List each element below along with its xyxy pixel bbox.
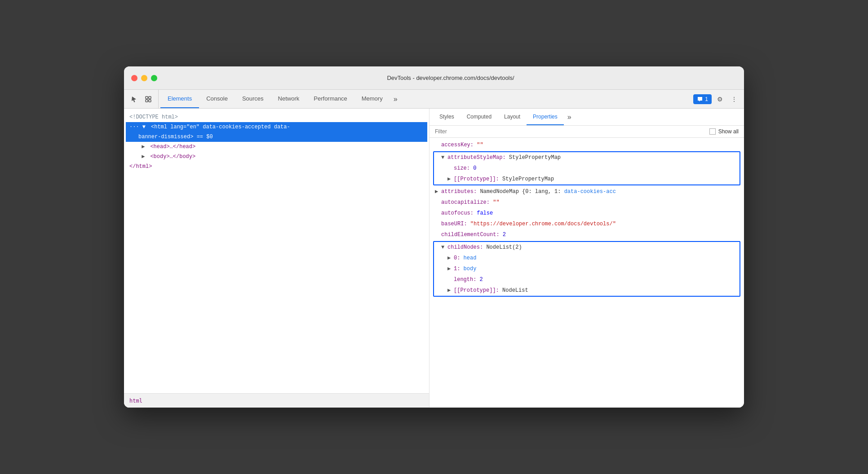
cursor-icon[interactable] — [128, 93, 140, 105]
prop-childelementcount: childElementCount: 2 — [430, 229, 744, 240]
prop-childnodes[interactable]: ▼ childNodes: NodeList(2) — [434, 242, 740, 253]
tab-console[interactable]: Console — [199, 90, 235, 108]
settings-button[interactable]: ⚙ — [713, 93, 726, 105]
show-all-checkbox[interactable] — [709, 128, 716, 135]
prop-attributestylemap[interactable]: ▼ attributeStyleMap: StylePropertyMap — [434, 152, 740, 163]
more-options-button[interactable]: ⋮ — [728, 93, 740, 105]
svg-rect-3 — [149, 100, 151, 102]
close-button[interactable] — [131, 75, 137, 81]
show-all-area: Show all — [709, 128, 739, 135]
prop-accesskey: accessKey: "" — [430, 140, 744, 150]
minimize-button[interactable] — [141, 75, 147, 81]
html-line-cont[interactable]: banner-dismissed> == $0 — [126, 132, 427, 142]
tab-computed[interactable]: Computed — [461, 109, 498, 125]
svg-rect-2 — [149, 97, 151, 99]
prop-child-0[interactable]: ▶ 0: head — [434, 253, 740, 263]
more-tabs-button[interactable]: » — [390, 90, 401, 108]
filter-input[interactable] — [435, 128, 709, 135]
devtools-body: <!DOCTYPE html> ··· ▼ <html lang="en" da… — [124, 109, 744, 408]
prop-baseuri: baseURI: "https://developer.chrome.com/d… — [430, 219, 744, 229]
filter-bar: Show all — [430, 126, 744, 138]
titlebar: DevTools - developer.chrome.com/docs/dev… — [124, 66, 744, 90]
right-icons: 1 ⚙ ⋮ — [693, 90, 740, 108]
tab-network[interactable]: Network — [271, 90, 307, 108]
doctype-line: <!DOCTYPE html> — [126, 112, 427, 122]
devtools-window: DevTools - developer.chrome.com/docs/dev… — [124, 66, 744, 408]
tab-elements[interactable]: Elements — [160, 90, 199, 108]
dom-tree[interactable]: <!DOCTYPE html> ··· ▼ <html lang="en" da… — [124, 109, 429, 393]
prop-prototype-nl[interactable]: ▶ [[Prototype]]: NodeList — [434, 285, 740, 296]
highlight-childnodes: ▼ childNodes: NodeList(2) ▶ 0: head ▶ 1:… — [433, 241, 740, 297]
props-content: accessKey: "" ▼ attributeStyleMap: Style… — [430, 138, 744, 408]
tab-styles[interactable]: Styles — [433, 109, 461, 125]
dom-panel: <!DOCTYPE html> ··· ▼ <html lang="en" da… — [124, 109, 430, 408]
props-tabbar: Styles Computed Layout Properties » — [430, 109, 744, 126]
devtools-tabbar: Elements Console Sources Network Perform… — [124, 90, 744, 109]
tab-sources[interactable]: Sources — [235, 90, 271, 108]
body-line[interactable]: ▶ <body>…</body> — [126, 152, 427, 162]
maximize-button[interactable] — [151, 75, 157, 81]
message-badge-button[interactable]: 1 — [693, 94, 712, 104]
show-all-label: Show all — [718, 128, 739, 135]
prop-autofocus: autofocus: false — [430, 208, 744, 219]
tab-properties[interactable]: Properties — [527, 109, 564, 125]
prop-child-1[interactable]: ▶ 1: body — [434, 263, 740, 274]
prop-prototype-spm[interactable]: ▶ [[Prototype]]: StylePropertyMap — [434, 174, 740, 184]
prop-autocapitalize: autocapitalize: "" — [430, 197, 744, 208]
badge-count: 1 — [705, 96, 708, 102]
tab-performance[interactable]: Performance — [306, 90, 354, 108]
svg-rect-1 — [146, 100, 148, 102]
devtools-icon-group — [128, 90, 159, 108]
html-line[interactable]: ··· ▼ <html lang="en" data-cookies-accep… — [126, 122, 427, 132]
props-panel: Styles Computed Layout Properties » Sh — [430, 109, 744, 408]
more-props-tabs-button[interactable]: » — [564, 109, 575, 125]
dom-breadcrumb: html — [124, 393, 429, 408]
tab-layout[interactable]: Layout — [498, 109, 527, 125]
prop-length: length: 2 — [434, 274, 740, 285]
prop-size: size: 0 — [434, 163, 740, 174]
prop-attributes[interactable]: ▶ attributes: NamedNodeMap {0: lang, 1: … — [430, 186, 744, 197]
html-close-line: </html> — [126, 162, 427, 171]
traffic-lights — [131, 75, 157, 81]
tab-memory[interactable]: Memory — [354, 90, 390, 108]
inspect-icon[interactable] — [142, 93, 155, 105]
head-line[interactable]: ▶ <head>…</head> — [126, 142, 427, 152]
window-title: DevTools - developer.chrome.com/docs/dev… — [164, 75, 737, 81]
svg-rect-0 — [146, 97, 148, 99]
highlight-attributestylemap: ▼ attributeStyleMap: StylePropertyMap si… — [433, 151, 740, 185]
